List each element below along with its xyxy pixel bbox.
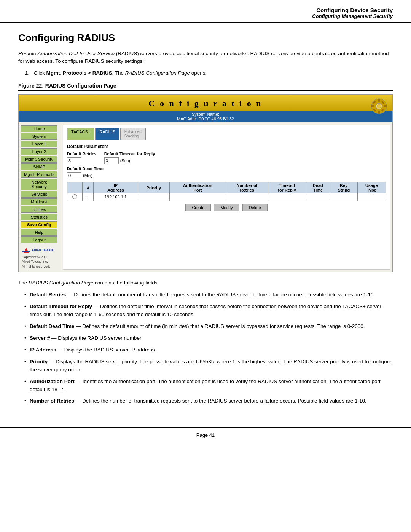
tab-stacking[interactable]: EnhancedStacking	[120, 128, 146, 140]
default-retries-input[interactable]	[67, 157, 81, 164]
sidebar-item-mgmt-security[interactable]: Mgmt. Security	[21, 156, 57, 163]
bullet-priority: Priority — Displays the RADIUS server pr…	[24, 358, 393, 374]
intro-paragraph: Remote Authorization Dial-In User Servic…	[18, 50, 393, 66]
row-timeout	[268, 193, 306, 201]
table-row: 1 192.168.1.1	[67, 193, 386, 201]
step1-suffix: opens:	[190, 70, 207, 76]
config-sidebar: Home System Layer 1 Layer 2 Mgmt. Securi…	[19, 122, 61, 272]
sidebar-item-multicast[interactable]: Multicast	[21, 198, 57, 205]
page-title: Configuring RADIUS	[18, 32, 393, 44]
step1-bold: Mgmt. Protocols > RADIUS	[46, 70, 112, 76]
at-logo-icon	[22, 248, 30, 253]
description-intro: The RADIUS Configuration Page contains t…	[18, 279, 393, 287]
default-dead-input[interactable]	[67, 172, 81, 179]
sidebar-item-system[interactable]: System	[21, 133, 57, 140]
modify-button[interactable]: Modify	[214, 204, 239, 211]
page-number: Page 41	[196, 432, 215, 438]
sidebar-item-save-config[interactable]: Save Config	[21, 221, 57, 228]
sidebar-item-help[interactable]: Help	[21, 229, 57, 236]
config-main-panel: TACACS+ RADIUS EnhancedStacking Default …	[63, 125, 390, 270]
default-timeout-block: Default Timeout for Reply (Sec)	[104, 152, 155, 164]
figure-caption: Figure 22: RADIUS Configuration Page	[18, 83, 393, 91]
tab-radius[interactable]: RADIUS	[95, 128, 119, 140]
sidebar-item-layer2[interactable]: Layer 2	[21, 148, 57, 155]
system-name-label: System Name:	[19, 112, 392, 117]
tab-tacacs[interactable]: TACACS+	[67, 128, 94, 140]
sidebar-item-network-security[interactable]: Network Security	[21, 179, 57, 190]
step1-middle: . The	[112, 70, 125, 76]
default-retries-block: Default Retries	[67, 152, 97, 164]
default-retries-input-row	[67, 157, 97, 164]
bullet-bold-server-num: Server #	[30, 335, 50, 341]
default-timeout-input[interactable]	[104, 157, 119, 164]
bullet-retries: Number of Retries — Defines the number o…	[24, 397, 393, 405]
col-dead: DeadTime	[306, 182, 330, 193]
bullet-text-default-retries: — Defines the default number of transmit…	[67, 292, 375, 297]
default-dead-label: Default Dead Time	[67, 166, 386, 171]
sidebar-item-utilities[interactable]: Utilities	[21, 206, 57, 213]
bullet-text-server-num: — Displays the RADIUS server number.	[51, 335, 142, 341]
config-header: C o n f i g u r a t i o n	[19, 95, 392, 111]
default-timeout-label: Default Timeout for Reply	[104, 152, 155, 156]
svg-rect-3	[378, 111, 380, 114]
col-priority: Priority	[138, 182, 169, 193]
row-auth-port	[169, 193, 226, 201]
sidebar-item-statistics[interactable]: Statistics	[21, 214, 57, 220]
server-radio[interactable]	[72, 194, 77, 199]
bullet-bold-auth-port: Authorization Port	[30, 379, 75, 384]
mac-label: MAC Addr: D0:0C:46:95:B1:32	[19, 117, 392, 121]
svg-rect-5	[384, 105, 387, 107]
col-usage: UsageType	[357, 182, 386, 193]
bullet-bold-retries: Number of Retries	[30, 398, 74, 404]
config-header-title: C o n f i g u r a t i o n	[149, 99, 263, 108]
col-num: #	[83, 182, 94, 193]
step1-text: 1. Click Mgmt. Protocols > RADIUS. The R…	[25, 70, 393, 76]
at-logo-text: Allied Telesis	[32, 248, 53, 252]
page-footer: Page 41	[0, 427, 411, 444]
bullet-bold-default-timeout: Default Timeout for Reply	[30, 304, 92, 309]
sidebar-item-logout[interactable]: Logout	[21, 236, 57, 243]
desc-text-before: The	[18, 280, 29, 286]
row-radio[interactable]	[67, 193, 83, 201]
col-key: KeyString	[330, 182, 357, 193]
row-key	[330, 193, 357, 201]
step1-num: 1.	[25, 70, 32, 76]
desc-italic: RADIUS Configuration Page	[29, 280, 93, 286]
timeout-unit: (Sec)	[120, 158, 130, 163]
config-logo-area	[370, 98, 388, 115]
sidebar-item-layer1[interactable]: Layer 1	[21, 141, 57, 147]
config-ui-screenshot: C o n f i g u r a t i o n	[18, 94, 393, 273]
bullet-text-priority: — Displays the RADIUS server priority. T…	[30, 359, 392, 372]
page-header: Configuring Device Security Configuring …	[0, 0, 411, 23]
bullet-text-retries: — Defines the number of transmitted requ…	[76, 398, 366, 404]
svg-point-10	[377, 104, 381, 108]
bullet-ip-address: IP Address — Displays the RADIUS server …	[24, 346, 393, 354]
col-timeout: Timeoutfor Reply	[268, 182, 306, 193]
bullet-bold-default-retries: Default Retries	[30, 292, 66, 297]
desc-text-after: contains the following fields:	[93, 280, 159, 286]
bullet-text-ip-address: — Displays the RADIUS server IP address.	[58, 347, 156, 353]
bullet-default-dead: Default Dead Time — Defines the default …	[24, 323, 393, 331]
header-title-main: Configuring Device Security	[18, 7, 393, 13]
radius-servers-table: # IPAddress Priority AuthenticationPort …	[67, 182, 386, 201]
delete-button[interactable]: Delete	[242, 204, 268, 211]
step1-italic: RADIUS Configuration Page	[125, 70, 190, 76]
row-ip: 192.168.1.1	[94, 193, 138, 201]
config-body: Home System Layer 1 Layer 2 Mgmt. Securi…	[19, 122, 392, 272]
sidebar-item-home[interactable]: Home	[21, 125, 57, 132]
intro-italic: Remote Authorization Dial-In User Servic…	[18, 51, 115, 56]
default-dead-block: Default Dead Time (Min)	[67, 166, 386, 179]
config-system-info: System Name: MAC Addr: D0:0C:46:95:B1:32	[19, 111, 392, 122]
col-radio	[67, 182, 83, 193]
sidebar-item-mgmt-protocols[interactable]: Mgmt. Protocols	[21, 171, 57, 178]
col-ip: IPAddress	[94, 182, 138, 193]
header-title-sub: Configuring Management Security	[18, 13, 393, 19]
sidebar-item-services[interactable]: Services	[21, 191, 57, 198]
bullet-server-num: Server # — Displays the RADIUS server nu…	[24, 334, 393, 342]
bullet-default-retries: Default Retries — Defines the default nu…	[24, 291, 393, 299]
sidebar-item-snmp[interactable]: SNMP	[21, 163, 57, 170]
create-button[interactable]: Create	[185, 204, 211, 211]
action-buttons: Create Modify Delete	[67, 204, 386, 211]
bullet-default-timeout: Default Timeout for Reply — Defines the …	[24, 303, 393, 319]
col-retries: Number ofRetries	[226, 182, 268, 193]
